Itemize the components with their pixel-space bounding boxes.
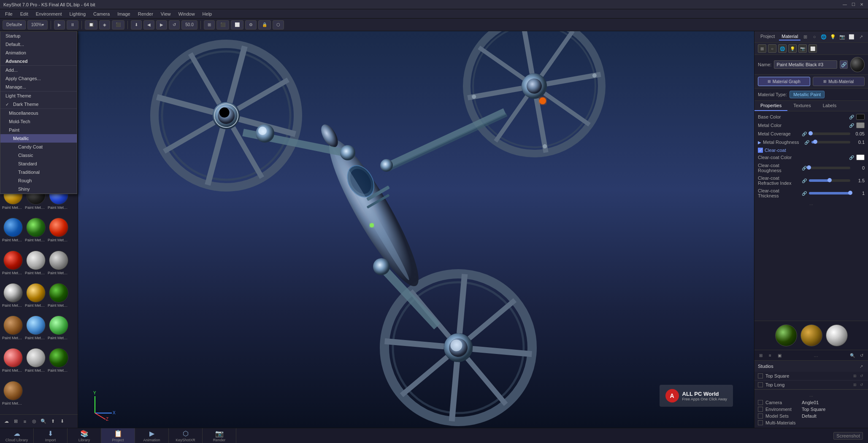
mat-type-badge[interactable]: Metallic Paint xyxy=(790,91,825,98)
view-btn4[interactable]: ⚙ xyxy=(245,20,257,30)
prop-more-dots[interactable]: ... xyxy=(758,201,865,206)
prop-metal-color-swatch[interactable] xyxy=(856,122,865,128)
statusbar-library[interactable]: 📚 Library xyxy=(68,428,101,443)
menu-camera[interactable]: Camera xyxy=(90,11,113,17)
dropdown-add[interactable]: Add... xyxy=(0,66,77,74)
frame-input[interactable]: 50.0 xyxy=(181,20,197,30)
mat-icon-2[interactable]: 🌐 xyxy=(778,44,787,53)
mat-item-15[interactable]: Paint Metal... xyxy=(3,348,24,379)
studio-top-long-check[interactable] xyxy=(758,382,763,387)
preset-dropdown[interactable]: Default ▾ xyxy=(3,20,26,30)
camera-icon[interactable]: ◎ xyxy=(30,418,38,425)
mat-item-4[interactable]: Paint Metal... xyxy=(25,218,46,249)
prop-clearcoat-roughness-link[interactable]: 🔗 xyxy=(801,165,807,171)
studio-top-long[interactable]: Top Long ⊞ ↺ xyxy=(754,381,868,389)
zoom-input[interactable]: 100% ▾ xyxy=(27,20,48,30)
preview-sphere-forest[interactable] xyxy=(775,324,797,346)
mat-name-icon-link[interactable]: 🔗 xyxy=(840,60,848,69)
dropdown-candy-coat[interactable]: Candy Coat xyxy=(0,143,77,151)
studio-top-long-action1[interactable]: ⊞ xyxy=(852,382,858,388)
menu-render[interactable]: Render xyxy=(135,11,157,17)
mat-item-5[interactable]: Paint Metal... xyxy=(48,218,69,249)
prev-icon-3[interactable]: ▣ xyxy=(776,351,783,359)
mat-name-input[interactable] xyxy=(774,60,837,69)
menu-help[interactable]: Help xyxy=(199,11,216,17)
import-btn[interactable]: ⬇ xyxy=(131,20,142,30)
dropdown-paint[interactable]: Paint xyxy=(0,126,77,134)
mat-item-12[interactable]: Paint Metal... xyxy=(3,316,24,346)
dropdown-apply-changes[interactable]: Apply Changes... xyxy=(0,74,77,83)
render3-btn[interactable]: ⬛ xyxy=(112,20,124,30)
preview-sphere-hex[interactable] xyxy=(800,324,822,346)
tab-labels[interactable]: Labels xyxy=(817,101,842,111)
dropdown-metallic[interactable]: Metallic xyxy=(0,134,77,143)
statusbar-import[interactable]: ⬇ Import xyxy=(34,428,68,443)
forward-btn[interactable]: ▶ xyxy=(156,20,167,30)
mat-icon-5[interactable]: ⬜ xyxy=(809,44,817,53)
prop-metal-color-link[interactable]: 🔗 xyxy=(849,122,854,128)
prop-clearcoat-refractive-link[interactable]: 🔗 xyxy=(801,178,807,184)
mat-item-9[interactable]: Paint Metal... xyxy=(3,283,24,314)
prop-clearcoat-thickness-link[interactable]: 🔗 xyxy=(801,190,807,196)
dropdown-default[interactable]: Default... xyxy=(0,40,77,49)
mat-item-16[interactable]: Paint Metal... xyxy=(25,348,46,379)
close-icon[interactable]: ✕ xyxy=(859,2,865,8)
mat-item-14[interactable]: Paint Metal... xyxy=(48,316,69,346)
menu-image[interactable]: Image xyxy=(114,11,134,17)
prop-metal-roughness-expand[interactable]: ▶ xyxy=(758,140,761,145)
view-btn3[interactable]: ⬜ xyxy=(231,20,243,30)
scene-dots[interactable]: ... xyxy=(758,392,865,397)
grid-icon[interactable]: ⊞ xyxy=(12,418,19,425)
mat-item-10[interactable]: Paint Metal... xyxy=(25,283,46,314)
pause-btn[interactable]: ⏸ xyxy=(67,20,78,30)
statusbar-render[interactable]: 📷 Render xyxy=(203,428,236,443)
tab-textures[interactable]: Textures xyxy=(787,101,817,111)
down-icon[interactable]: ⬇ xyxy=(58,418,66,425)
menu-file[interactable]: File xyxy=(2,11,16,17)
rp-icon-grid[interactable]: ⊞ xyxy=(801,33,809,41)
tab-properties[interactable]: Properties xyxy=(754,101,787,111)
scene-environment-check[interactable] xyxy=(758,407,763,412)
view-btn6[interactable]: ⬡ xyxy=(273,20,284,30)
render-btn[interactable]: 🔲 xyxy=(85,20,97,30)
minimize-icon[interactable]: — xyxy=(842,2,848,8)
search-icon[interactable]: 🔍 xyxy=(40,418,47,425)
mat-item-17[interactable]: Paint Metal... xyxy=(48,348,69,379)
studio-top-square[interactable]: Top Square ⊞ ↺ xyxy=(754,372,868,381)
prop-metal-roughness-slider[interactable] xyxy=(811,141,851,143)
prop-clearcoat-color-link[interactable]: 🔗 xyxy=(849,154,854,160)
scene-multimaterials-check[interactable] xyxy=(758,420,763,425)
view-btn1[interactable]: ⊞ xyxy=(204,20,215,30)
studio-top-square-action2[interactable]: ↺ xyxy=(859,373,865,379)
screenshot-button[interactable]: Screenshot xyxy=(833,432,863,440)
list-icon[interactable]: ≡ xyxy=(21,418,29,425)
dropdown-classic[interactable]: Classic xyxy=(0,151,77,159)
studio-top-long-action2[interactable]: ↺ xyxy=(859,382,865,388)
prev-icon-grid[interactable]: ⊞ xyxy=(757,351,765,359)
mat-item-6[interactable]: Paint Metal... xyxy=(3,251,24,281)
menu-view[interactable]: View xyxy=(157,11,174,17)
dropdown-manage[interactable]: Manage... xyxy=(0,83,77,91)
view-btn5[interactable]: 🔒 xyxy=(258,20,271,30)
scene-modelsets-check[interactable] xyxy=(758,413,763,419)
rp-icon-globe[interactable]: 🌐 xyxy=(820,33,827,41)
cloud-icon[interactable]: ☁ xyxy=(3,418,10,425)
prev-icon-refresh[interactable]: ↺ xyxy=(858,351,865,359)
dropdown-standard[interactable]: Standard xyxy=(0,159,77,168)
rp-icon-light[interactable]: 💡 xyxy=(829,33,837,41)
prop-clearcoat-label[interactable]: Clear-coat xyxy=(765,148,786,153)
prev-icon-search[interactable]: 🔍 xyxy=(849,351,856,359)
menu-environment[interactable]: Environment xyxy=(32,11,65,17)
prev-icon-list[interactable]: ≡ xyxy=(766,351,774,359)
mat-icon-0[interactable]: ⊞ xyxy=(758,44,766,53)
prop-metal-coverage-slider[interactable] xyxy=(809,132,851,135)
menu-window[interactable]: Window xyxy=(175,11,198,17)
rp-icon-square[interactable]: ⬜ xyxy=(848,33,855,41)
prop-clearcoat-refractive-slider[interactable] xyxy=(809,179,851,182)
refresh-btn[interactable]: ↺ xyxy=(169,20,180,30)
multi-material-button[interactable]: ⊞ Multi-Material xyxy=(813,77,865,86)
rp-icon-camera[interactable]: 📷 xyxy=(838,33,846,41)
tab-project[interactable]: Project xyxy=(758,33,777,41)
statusbar-cloud-library[interactable]: ☁ Cloud Library xyxy=(0,428,34,443)
mat-item-3[interactable]: Paint Metal... xyxy=(3,218,24,249)
